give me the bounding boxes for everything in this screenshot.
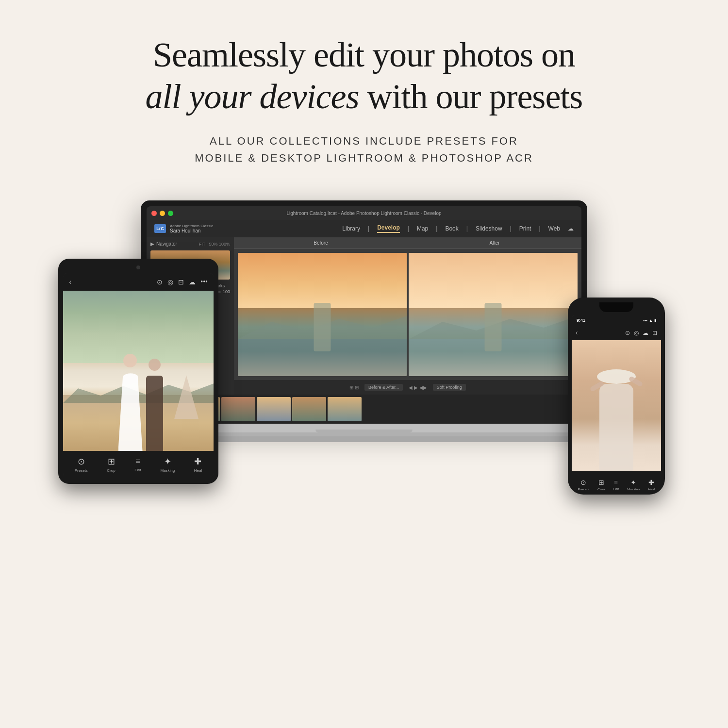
- ipad-topbar: ‹ ⊙ ◎ ⊡ ☁ •••: [63, 273, 214, 291]
- lr-navigation: Library | Develop | Map | Book | Slidesh…: [342, 224, 574, 233]
- iphone-tool-masking[interactable]: ✦ Masking: [627, 479, 640, 490]
- iphone-tool-crop[interactable]: ⊞ Crop: [597, 479, 605, 490]
- lr-logo-area: LrC Adobe Lightroom Classic Sara Houliha…: [154, 224, 213, 233]
- iphone-wifi-icon: ▲: [649, 318, 653, 323]
- ipad-back-button[interactable]: ‹: [69, 278, 71, 286]
- groom-head: [149, 359, 161, 371]
- window-minimize-dot: [160, 211, 165, 216]
- sky-after: [409, 253, 578, 308]
- iphone-app-topbar: ‹ ⊙ ◎ ☁ ⊡: [572, 326, 661, 340]
- laptop-titlebar: Lightroom Catalog.lrcat - Adobe Photosho…: [147, 206, 581, 220]
- iphone-app-toolbar: ⊙ Presets ⊞ Crop ≡ Edit ✦ Masking: [572, 471, 661, 490]
- lr-navigator-title: ▶ Navigator FIT | 50% 100%: [150, 241, 230, 247]
- iphone-tool-edit[interactable]: ≡ Edit: [613, 479, 619, 490]
- bride-head: [123, 354, 137, 367]
- ipad-face-icon[interactable]: ◎: [167, 278, 173, 286]
- lr-before-after-header: Before After: [234, 237, 581, 249]
- iphone-notch-area: [572, 302, 661, 312]
- window-close-dot: [151, 211, 157, 216]
- iphone-tool-heal[interactable]: ✚ Heal: [648, 479, 655, 490]
- ipad-camera: [136, 265, 140, 269]
- ipad-photo-area: [63, 291, 214, 451]
- ipad-settings-icon[interactable]: ⊙: [157, 278, 163, 286]
- lr-nav-map[interactable]: Map: [417, 225, 428, 232]
- iphone-device: 9:41 ▪▪▪ ▲ ▮ ‹ ⊙ ◎ ☁ ⊡: [568, 298, 665, 495]
- iphone-top-icons: ⊙ ◎ ☁ ⊡: [625, 330, 657, 337]
- ipad-device: ‹ ⊙ ◎ ⊡ ☁ •••: [58, 259, 218, 484]
- ipad-more-icon[interactable]: •••: [200, 278, 208, 286]
- lr-soft-proofing-btn[interactable]: Soft Proofing: [433, 384, 466, 391]
- lr-photos-row: [234, 249, 581, 380]
- lr-photo-after: [409, 253, 578, 376]
- ipad-shell: ‹ ⊙ ◎ ⊡ ☁ •••: [58, 259, 218, 484]
- ipad-tool-edit[interactable]: ≡ Edit: [134, 456, 141, 472]
- lr-after-label: After: [408, 237, 581, 249]
- iphone-top-icon-2[interactable]: ◎: [634, 330, 639, 337]
- lr-user: Adobe Lightroom Classic Sara Houlihan: [170, 224, 213, 233]
- ipad-tool-crop[interactable]: ⊞ Crop: [107, 456, 115, 473]
- titlebar-text: Lightroom Catalog.lrcat - Adobe Photosho…: [286, 211, 441, 216]
- lr-photo-before: [238, 253, 407, 376]
- lr-nav-print[interactable]: Print: [519, 225, 531, 232]
- lr-logo: LrC: [154, 224, 166, 233]
- lr-username: Sara Houlihan: [170, 228, 213, 233]
- headline-text-line1: Seamlessly edit your photos on: [153, 35, 575, 74]
- ipad-tool-presets[interactable]: ⊙ Presets: [75, 456, 88, 473]
- ipad-camera-roll-icon[interactable]: ⊡: [178, 278, 184, 286]
- headline-line2: all your devices with our presets: [146, 76, 583, 117]
- iphone-back-icon[interactable]: ‹: [576, 329, 578, 337]
- ipad-screen: ‹ ⊙ ◎ ⊡ ☁ •••: [63, 273, 214, 477]
- lr-cloud-icon: ☁: [568, 225, 574, 232]
- lr-before-label: Before: [234, 237, 408, 249]
- ipad-tool-heal[interactable]: ✚ Heal: [194, 456, 202, 473]
- iphone-top-icon-1[interactable]: ⊙: [625, 330, 630, 337]
- iphone-photo-bg: [572, 340, 661, 471]
- sky-bg: [63, 291, 214, 363]
- iphone-shell: 9:41 ▪▪▪ ▲ ▮ ‹ ⊙ ◎ ☁ ⊡: [568, 298, 665, 495]
- lr-nav-web[interactable]: Web: [548, 225, 560, 232]
- window-maximize-dot: [168, 211, 173, 216]
- ipad-camera-bar: [63, 265, 214, 269]
- iphone-status-bar: 9:41 ▪▪▪ ▲ ▮: [572, 315, 661, 326]
- ipad-tool-masking[interactable]: ✦ Masking: [160, 456, 175, 473]
- lr-before-after-btn[interactable]: Before & After...: [364, 384, 403, 391]
- iphone-photo-area: [572, 340, 661, 471]
- headline-normal: with our presets: [359, 77, 582, 116]
- groom-figure: [146, 359, 165, 451]
- model-body: [599, 384, 633, 471]
- ipad-photo-bg: [63, 291, 214, 451]
- subtitle-line2: MOBILE & DESKTOP LIGHTROOM & PHOTOSHOP A…: [195, 152, 533, 164]
- lr-nav-develop[interactable]: Develop: [377, 224, 400, 233]
- iphone-tool-presets[interactable]: ⊙ Presets: [578, 479, 589, 490]
- model-figure: [595, 364, 638, 471]
- headline-section: Seamlessly edit your photos on all your …: [146, 0, 583, 200]
- ipad-app-toolbar: ⊙ Presets ⊞ Crop ≡ Edit ✦ Masking: [63, 451, 214, 477]
- filmstrip-thumb-4[interactable]: [257, 397, 291, 421]
- subtitle-line1: ALL OUR COLLECTIONS INCLUDE PRESETS FOR: [210, 135, 518, 147]
- filmstrip-thumb-6[interactable]: [328, 397, 362, 421]
- lr-nav-book[interactable]: Book: [445, 225, 458, 232]
- ipad-toolbar-icons: ⊙ ◎ ⊡ ☁ •••: [157, 278, 208, 286]
- iphone-indicators: ▪▪▪ ▲ ▮: [644, 318, 656, 323]
- lr-nav-library[interactable]: Library: [342, 225, 360, 232]
- lr-bottombar: ⊞ ⊞ Before & After... ◀ ▶ ◀▶ Soft Proofi…: [234, 380, 581, 395]
- sky-before: [238, 253, 407, 308]
- lr-menubar: LrC Adobe Lightroom Classic Sara Houliha…: [147, 220, 581, 237]
- filmstrip-thumb-5[interactable]: [292, 397, 326, 421]
- bride-dress: [118, 373, 143, 451]
- iphone-time: 9:41: [577, 318, 585, 323]
- subtitle: ALL OUR COLLECTIONS INCLUDE PRESETS FOR …: [146, 132, 583, 166]
- iphone-screen: 9:41 ▪▪▪ ▲ ▮ ‹ ⊙ ◎ ☁ ⊡: [572, 315, 661, 490]
- iphone-top-icon-4[interactable]: ⊡: [652, 330, 657, 337]
- headline-italic: all your devices: [146, 77, 359, 116]
- iphone-top-icon-3[interactable]: ☁: [643, 330, 648, 337]
- iphone-signal-icon: ▪▪▪: [644, 318, 648, 323]
- iphone-battery-icon: ▮: [654, 318, 656, 323]
- lr-nav-slideshow[interactable]: Slideshow: [476, 225, 502, 232]
- ipad-cloud-icon[interactable]: ☁: [189, 278, 196, 286]
- lr-main-photos: Before After: [234, 237, 581, 395]
- devices-container: Lightroom Catalog.lrcat - Adobe Photosho…: [49, 200, 679, 662]
- bride-figure: [116, 354, 145, 451]
- iphone-notch: [599, 302, 633, 312]
- filmstrip-thumb-3[interactable]: [221, 397, 255, 421]
